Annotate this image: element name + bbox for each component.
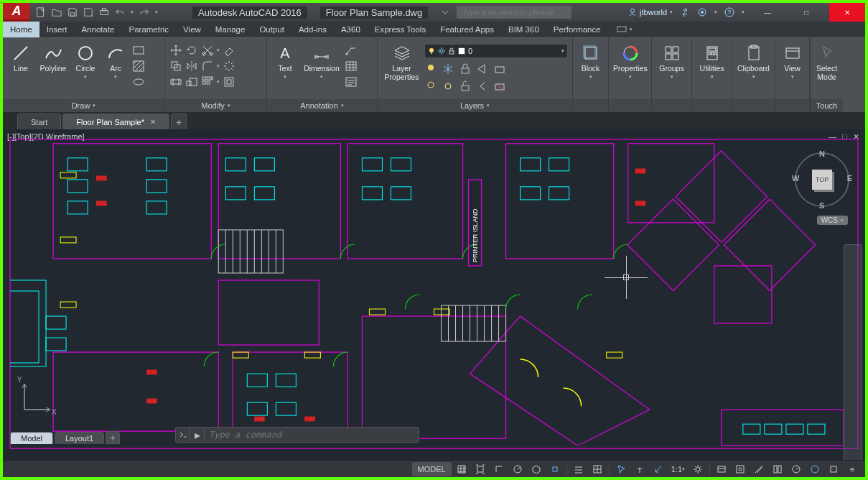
layout-tab-layout1[interactable]: Layout1 xyxy=(55,432,104,444)
save-icon[interactable] xyxy=(67,7,78,17)
command-input[interactable] xyxy=(205,430,419,440)
viewcube-e[interactable]: E xyxy=(847,174,852,183)
clipboard-button[interactable]: Clipboard▾ xyxy=(737,41,770,80)
polyline-button[interactable]: Polyline xyxy=(37,41,69,73)
tab-addins[interactable]: Add-ins xyxy=(291,22,334,37)
open-icon[interactable] xyxy=(52,7,62,17)
tab-express[interactable]: Express Tools xyxy=(368,22,433,37)
search-input[interactable] xyxy=(457,6,571,19)
select-mode-button[interactable]: Select Mode xyxy=(815,41,839,81)
layer-thaw-icon[interactable] xyxy=(442,80,454,93)
status-transparency-icon[interactable] xyxy=(589,462,606,476)
leader-icon[interactable] xyxy=(345,44,358,57)
layer-combo[interactable]: 0 ▾ xyxy=(424,44,568,58)
arc-button[interactable]: Arc▾ xyxy=(102,41,129,80)
panel-modify-title[interactable]: Modify ▾ xyxy=(165,99,266,112)
command-prompt-icon[interactable] xyxy=(176,428,190,442)
circle-button[interactable]: Circle▾ xyxy=(72,41,99,80)
status-scale[interactable]: 1:1 ▾ xyxy=(668,462,688,476)
status-annomon-icon[interactable] xyxy=(732,462,749,476)
status-grid-icon[interactable] xyxy=(453,462,470,476)
copy-icon[interactable] xyxy=(169,60,182,73)
layer-unlock-icon[interactable] xyxy=(459,80,472,93)
status-polar-icon[interactable] xyxy=(509,462,526,476)
close-icon[interactable]: ✕ xyxy=(150,118,156,126)
file-tab-add[interactable]: + xyxy=(171,114,187,129)
table-icon[interactable] xyxy=(345,60,358,73)
command-recent-icon[interactable]: ▸ xyxy=(190,428,205,442)
redo-icon[interactable] xyxy=(139,7,149,17)
layer-on-icon[interactable] xyxy=(424,80,437,93)
status-selection-icon[interactable] xyxy=(612,462,630,476)
layer-match-icon[interactable] xyxy=(476,63,489,75)
a360-icon[interactable] xyxy=(697,7,707,17)
minimize-button[interactable]: — xyxy=(752,3,783,22)
status-hwacc-icon[interactable] xyxy=(788,462,805,476)
app-menu-button[interactable]: A xyxy=(3,3,30,22)
line-button[interactable]: Line xyxy=(7,41,34,73)
maximize-button[interactable]: □ xyxy=(790,3,822,22)
rotate-icon[interactable] xyxy=(185,44,198,57)
viewcube-n[interactable]: N xyxy=(819,149,825,158)
close-button[interactable]: ✕ xyxy=(829,3,865,22)
mtext-icon[interactable] xyxy=(345,75,358,88)
file-tab-start[interactable]: Start xyxy=(17,114,61,129)
status-snap-icon[interactable] xyxy=(472,462,489,476)
array-icon[interactable] xyxy=(201,75,214,88)
layer-properties-button[interactable]: Layer Properties xyxy=(382,41,421,81)
panel-draw-title[interactable]: Draw ▾ xyxy=(3,99,164,112)
status-annoscale-icon[interactable] xyxy=(650,462,667,476)
move-icon[interactable] xyxy=(169,44,182,57)
view-button[interactable]: View▾ xyxy=(780,41,805,80)
tab-performance[interactable]: Performance xyxy=(546,22,608,37)
tab-output[interactable]: Output xyxy=(252,22,291,37)
layer-uniso-icon[interactable] xyxy=(493,80,506,93)
scale-icon[interactable] xyxy=(185,75,198,88)
viewcube-w[interactable]: W xyxy=(792,174,799,183)
status-ortho-icon[interactable] xyxy=(490,462,508,476)
tab-home[interactable]: Home xyxy=(3,22,39,37)
mirror-icon[interactable] xyxy=(185,60,198,73)
status-isolate-icon[interactable] xyxy=(806,462,823,476)
status-model[interactable]: MODEL xyxy=(412,462,452,476)
tab-bim360[interactable]: BIM 360 xyxy=(501,22,546,37)
text-button[interactable]: AText▾ xyxy=(271,41,299,80)
status-workspace-icon[interactable] xyxy=(713,462,730,476)
layout-tab-add[interactable]: + xyxy=(106,431,120,444)
fillet-icon[interactable] xyxy=(201,60,214,73)
signin-user[interactable]: jtbworld ▾ xyxy=(628,8,673,17)
saveas-icon[interactable] xyxy=(83,7,93,17)
status-gear-icon[interactable] xyxy=(689,462,706,476)
utilities-button[interactable]: Utilities▾ xyxy=(696,41,727,80)
new-icon[interactable] xyxy=(36,7,46,17)
file-tab-current[interactable]: Floor Plan Sample*✕ xyxy=(62,114,169,129)
viewcube-s[interactable]: S xyxy=(819,201,824,210)
undo-icon[interactable] xyxy=(115,7,125,17)
trim-icon[interactable] xyxy=(201,44,214,57)
groups-button[interactable]: Groups▾ xyxy=(656,41,687,80)
tab-insert[interactable]: Insert xyxy=(39,22,75,37)
layer-lock-icon[interactable] xyxy=(459,63,472,75)
rectangle-icon[interactable] xyxy=(132,44,145,57)
status-gizmo-icon[interactable] xyxy=(631,462,648,476)
title-dropdown-icon[interactable] xyxy=(441,8,449,17)
help-icon[interactable]: ? xyxy=(724,7,734,17)
status-customize-icon[interactable]: ≡ xyxy=(844,462,861,476)
offset-icon[interactable] xyxy=(223,75,235,88)
layout-tab-model[interactable]: Model xyxy=(10,432,53,444)
navigation-bar[interactable] xyxy=(844,244,862,460)
layer-iso-icon[interactable] xyxy=(493,63,506,75)
tab-featured[interactable]: Featured Apps xyxy=(433,22,501,37)
ucs-icon[interactable]: YX xyxy=(16,375,59,421)
undo-dropdown[interactable]: ▾ xyxy=(131,9,134,15)
drawing-canvas[interactable]: [-][Top][2D Wireframe] — □ ✕ xyxy=(3,129,865,460)
status-clean-icon[interactable] xyxy=(825,462,842,476)
status-units-icon[interactable] xyxy=(750,462,767,476)
status-isodraft-icon[interactable] xyxy=(528,462,545,476)
tab-parametric[interactable]: Parametric xyxy=(122,22,177,37)
tab-a360[interactable]: A360 xyxy=(334,22,368,37)
block-button[interactable]: Block▾ xyxy=(577,41,604,80)
exchange-icon[interactable] xyxy=(680,7,690,17)
properties-button[interactable]: Properties▾ xyxy=(613,41,648,80)
panel-layers-title[interactable]: Layers ▾ xyxy=(378,99,572,112)
